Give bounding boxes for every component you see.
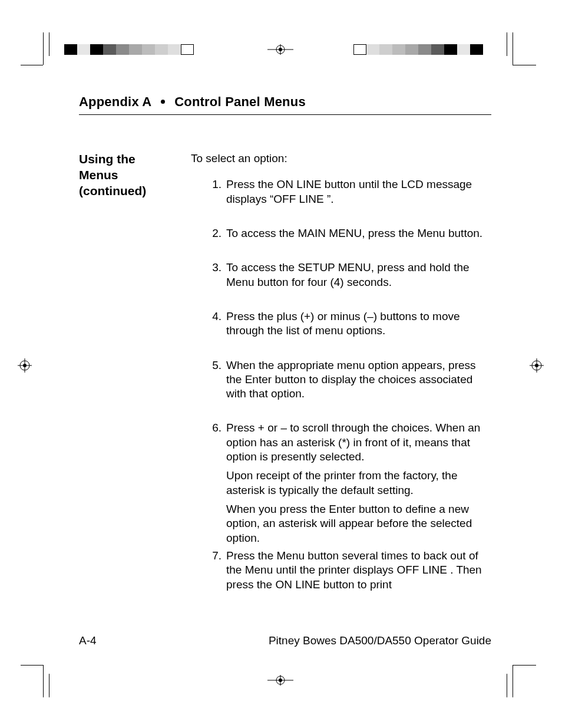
step-text: When the appropriate menu option appears… — [226, 359, 476, 400]
grey-swatch — [168, 44, 181, 55]
step-item: 2.To access the MAIN MENU, press the Men… — [191, 226, 491, 241]
step-number: 5. — [207, 358, 222, 373]
step-extra-paragraph: Upon receipt of the printer from the fac… — [226, 469, 491, 498]
step-text: To access the MAIN MENU, press the Menu … — [226, 227, 482, 239]
grey-swatch — [64, 44, 77, 55]
page-header: Appendix A Control Panel Menus — [79, 94, 491, 115]
step-text: To access the SETUP MENU, press and hold… — [226, 261, 470, 288]
step-number: 6. — [207, 421, 222, 435]
svg-point-11 — [535, 364, 538, 367]
crop-mark-top-right — [505, 32, 541, 68]
grey-swatch — [431, 44, 444, 55]
step-number: 2. — [207, 226, 222, 241]
grey-swatch — [129, 44, 142, 55]
grey-swatch — [444, 44, 457, 55]
side-heading-line-1: Using the — [79, 151, 191, 167]
registration-mark-left — [18, 358, 32, 373]
step-number: 7. — [207, 549, 222, 563]
header-left: Appendix A — [79, 94, 151, 109]
svg-point-7 — [23, 364, 27, 367]
grey-step-wedge-right — [353, 44, 483, 55]
grey-swatch — [155, 44, 168, 55]
grey-swatch — [366, 44, 379, 55]
grey-swatch — [379, 44, 392, 55]
step-item: 3.To access the SETUP MENU, press and ho… — [191, 261, 491, 289]
step-text: Press the Menu button several times to b… — [226, 549, 482, 591]
steps-list: 1.Press the ON LINE button until the LCD… — [191, 177, 491, 592]
grey-swatch — [103, 44, 116, 55]
svg-point-3 — [279, 48, 282, 51]
crop-mark-top-left — [21, 32, 56, 68]
page-footer: A-4 Pitney Bowes DA500/DA550 Operator Gu… — [79, 634, 491, 647]
step-item: 6.Press + or – to scroll through the cho… — [191, 421, 491, 545]
step-item: 7.Press the Menu button several times to… — [191, 549, 491, 592]
body-text: To select an option: 1.Press the ON LINE… — [191, 151, 491, 612]
crop-mark-bottom-left — [21, 665, 56, 700]
step-extra-paragraph: When you press the Enter button to defin… — [226, 502, 491, 545]
grey-swatch — [142, 44, 155, 55]
step-item: 4.Press the plus (+) or minus (–) button… — [191, 309, 491, 338]
step-text: Press the plus (+) or minus (–) buttons … — [226, 310, 460, 337]
page-content: Appendix A Control Panel Menus Using the… — [79, 94, 491, 612]
step-text: Press + or – to scroll through the choic… — [226, 421, 480, 463]
grey-swatch — [392, 44, 405, 55]
grey-swatch — [418, 44, 431, 55]
grey-swatch — [353, 44, 366, 55]
grey-swatch — [405, 44, 418, 55]
footer-guide-title: Pitney Bowes DA500/DA550 Operator Guide — [269, 634, 491, 647]
svg-point-15 — [279, 678, 282, 682]
side-heading-line-2: Menus — [79, 167, 191, 183]
side-heading-line-3: (continued) — [79, 183, 191, 199]
grey-swatch — [181, 44, 194, 55]
registration-mark-bottom — [267, 675, 293, 686]
side-heading: Using the Menus (continued) — [79, 151, 191, 612]
grey-swatch — [470, 44, 483, 55]
intro-text: To select an option: — [191, 151, 491, 166]
grey-swatch — [457, 44, 470, 55]
grey-swatch — [77, 44, 90, 55]
step-number: 1. — [207, 177, 222, 192]
grey-swatch — [90, 44, 103, 55]
grey-swatch — [116, 44, 129, 55]
registration-mark-right — [530, 358, 544, 373]
grey-step-wedge-left — [64, 44, 194, 55]
step-text: Press the ON LINE button until the LCD m… — [226, 178, 472, 205]
crop-mark-bottom-right — [505, 665, 541, 700]
registration-mark-top — [267, 44, 293, 55]
footer-page-number: A-4 — [79, 634, 97, 647]
header-right: Control Panel Menus — [174, 94, 306, 109]
step-number: 3. — [207, 261, 222, 275]
step-item: 5.When the appropriate menu option appea… — [191, 358, 491, 401]
step-number: 4. — [207, 309, 222, 324]
step-item: 1.Press the ON LINE button until the LCD… — [191, 177, 491, 206]
header-bullet-icon — [161, 100, 165, 104]
